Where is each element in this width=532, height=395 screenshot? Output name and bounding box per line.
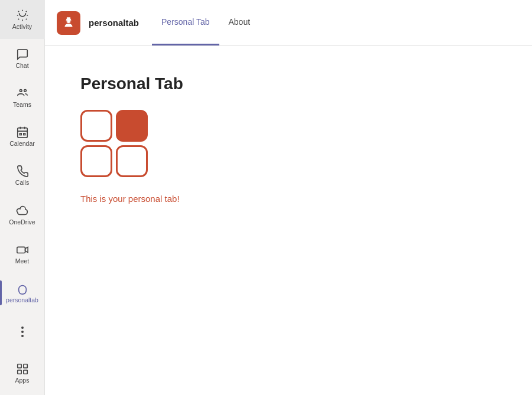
logo-cell-top-right xyxy=(116,110,148,142)
sidebar-label-chat: Chat xyxy=(15,62,28,69)
meet-icon xyxy=(16,243,29,256)
sidebar: Activity Chat Teams Calendar Calls xyxy=(0,0,45,395)
svg-rect-7 xyxy=(23,364,27,368)
calls-icon xyxy=(16,165,29,178)
tab-personal-tab[interactable]: Personal Tab xyxy=(152,0,219,45)
sidebar-label-personaltab: personaltab xyxy=(6,296,38,303)
onedrive-icon xyxy=(16,204,29,217)
svg-rect-5 xyxy=(17,247,25,253)
sidebar-item-more[interactable] xyxy=(0,312,45,351)
sidebar-item-apps[interactable]: Apps xyxy=(0,354,45,393)
personaltab-icon xyxy=(16,282,29,295)
content-area: Personal Tab This is your personal tab! xyxy=(45,46,532,395)
sidebar-label-calls: Calls xyxy=(15,179,29,186)
app-name: personaltab xyxy=(89,18,139,28)
logo-cell-bottom-right xyxy=(116,145,148,177)
sidebar-item-meet[interactable]: Meet xyxy=(0,234,45,273)
activity-icon xyxy=(16,9,29,22)
sidebar-item-chat[interactable]: Chat xyxy=(0,39,45,78)
svg-rect-3 xyxy=(20,133,21,135)
more-icon xyxy=(21,327,24,337)
sidebar-label-calendar: Calendar xyxy=(9,140,35,147)
sidebar-item-personaltab[interactable]: personaltab xyxy=(0,273,45,312)
sidebar-label-apps: Apps xyxy=(15,377,30,384)
svg-point-12 xyxy=(66,20,67,21)
sidebar-item-activity[interactable]: Activity xyxy=(0,0,45,39)
svg-rect-2 xyxy=(17,128,27,138)
svg-point-0 xyxy=(20,90,22,92)
topbar: personaltab Personal Tab About xyxy=(45,0,532,46)
svg-point-13 xyxy=(70,20,71,21)
svg-rect-11 xyxy=(67,17,71,18)
page-title: Personal Tab xyxy=(80,74,497,93)
svg-point-10 xyxy=(66,18,72,23)
svg-rect-9 xyxy=(23,370,27,374)
app-icon xyxy=(57,11,80,35)
sidebar-item-teams[interactable]: Teams xyxy=(0,78,45,117)
sidebar-label-teams: Teams xyxy=(13,101,31,108)
tab-about[interactable]: About xyxy=(219,0,260,45)
svg-rect-6 xyxy=(17,364,21,368)
calendar-icon xyxy=(16,126,29,139)
app-logo-icon xyxy=(61,15,76,31)
logo-cell-bottom-left xyxy=(80,145,112,177)
sidebar-label-meet: Meet xyxy=(15,257,29,265)
svg-point-1 xyxy=(24,90,26,92)
tab-bar: Personal Tab About xyxy=(152,0,259,45)
logo-cell-top-left xyxy=(80,110,112,142)
chat-icon xyxy=(16,48,29,61)
main-content: personaltab Personal Tab About Personal … xyxy=(45,0,532,395)
sidebar-label-activity: Activity xyxy=(12,23,32,30)
personal-description: This is your personal tab! xyxy=(80,194,497,204)
sidebar-item-calendar[interactable]: Calendar xyxy=(0,117,45,156)
apps-icon xyxy=(16,363,29,376)
sidebar-item-calls[interactable]: Calls xyxy=(0,156,45,195)
sidebar-label-onedrive: OneDrive xyxy=(9,218,35,226)
sidebar-item-onedrive[interactable]: OneDrive xyxy=(0,195,45,234)
svg-rect-4 xyxy=(23,133,25,135)
logo-grid xyxy=(80,110,497,177)
teams-icon xyxy=(16,87,29,100)
svg-rect-8 xyxy=(17,370,21,374)
